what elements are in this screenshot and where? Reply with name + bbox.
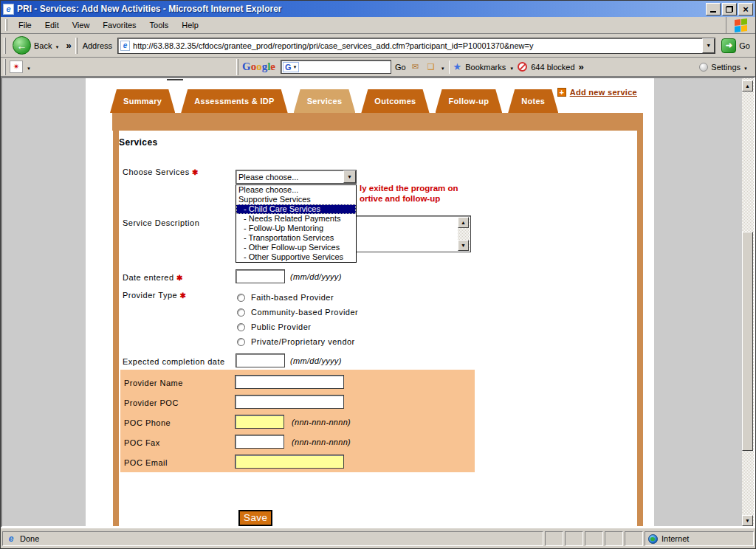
dropdown-option[interactable]: - Other Follow-up Services [236,243,356,252]
page-viewport: Summary Assessments & IDP Services Outco… [1,77,755,528]
right-border-strip [637,113,643,526]
exit-warning-line2: ortive and follow-up [360,194,440,203]
google-g-icon[interactable] [283,62,300,72]
address-dropdown-button[interactable] [702,38,715,53]
autofill-dropdown-caret[interactable] [441,63,445,72]
provider-poc-input[interactable] [235,395,344,409]
tab-services[interactable]: Services [294,89,356,113]
autofill-icon[interactable] [425,61,437,72]
dropdown-option[interactable]: Please choose... [236,185,356,195]
menu-help[interactable]: Help [175,18,205,32]
provider-name-input[interactable] [235,375,344,389]
poc-fax-input[interactable] [235,435,284,449]
dropdown-option[interactable]: - Transportation Services [236,233,356,243]
dropdown-option[interactable]: - Follow-Up Mentoring [236,224,356,233]
back-arrow-icon [13,36,31,55]
send-icon[interactable] [410,61,422,72]
provider-name-label: Provider Name [124,379,183,387]
toolbar-overflow-chevron[interactable] [579,61,584,72]
restore-button[interactable] [722,3,737,15]
address-url[interactable]: http://63.88.32.35/cfdocs/grantee_prod/r… [133,41,702,50]
tab-outcomes[interactable]: Outcomes [361,89,429,113]
dropdown-option-selected[interactable]: - Child Care Services [236,204,356,214]
back-button[interactable]: Back [10,35,62,55]
settings-label: Settings [711,63,740,72]
pdf-dropdown-caret[interactable] [27,63,31,72]
bookmarks-dropdown-caret[interactable] [509,63,514,72]
choose-services-dropdown-list: Please choose... Supportive Services - C… [236,184,357,263]
tab-assessments-idp[interactable]: Assessments & IDP [181,89,287,113]
settings-button[interactable]: Settings [699,63,752,72]
poc-phone-label: POC Phone [124,418,171,427]
windows-logo-icon [735,18,747,32]
adobe-pdf-icon[interactable] [10,61,23,73]
dropdown-option[interactable]: - Other Supportive Services [236,252,356,262]
scrollbar-down-icon[interactable] [742,515,753,526]
scroll-up-icon[interactable] [458,217,469,228]
choose-services-select[interactable]: Please choose... [236,170,357,184]
minimize-button[interactable] [706,3,721,15]
window-title: PRI - Services: Add New Activities - Mic… [17,4,704,14]
close-icon [743,4,749,14]
status-pane [565,531,583,546]
provider-info-panel: Provider Name Provider POC POC Phone (nn… [120,370,475,472]
radio-private-vendor[interactable] [237,338,245,346]
address-input[interactable]: http://63.88.32.35/cfdocs/grantee_prod/r… [117,38,715,54]
radio-public-provider[interactable] [237,323,245,331]
menu-favorites[interactable]: Favorites [96,18,142,32]
expected-completion-label: Expected completion date [123,357,225,366]
scrollbar-up-icon[interactable] [742,80,753,92]
bookmarks-button[interactable]: Bookmarks [465,63,506,72]
menu-view[interactable]: View [66,18,97,32]
menu-edit[interactable]: Edit [38,18,66,32]
poc-phone-input[interactable] [235,415,284,429]
back-dropdown-caret[interactable] [55,41,59,50]
toolbar-grip[interactable] [75,38,78,54]
clipped-content-sliver [167,79,183,80]
select-current-value: Please choose... [236,173,343,182]
radio-label: Community-based Provider [251,308,358,317]
scroll-down-icon[interactable] [458,240,469,251]
radio-label: Private/Proprietary vendor [251,337,355,346]
tab-follow-up[interactable]: Follow-up [436,89,503,113]
toolbar-overflow-chevron[interactable] [66,40,71,51]
menu-file[interactable]: File [12,18,38,32]
plus-icon [557,88,566,97]
tab-summary[interactable]: Summary [110,89,175,113]
bookmarks-star-icon[interactable] [453,61,462,72]
google-search-input[interactable] [281,60,391,74]
toolbar-grip[interactable] [236,59,238,75]
go-button[interactable]: Go [719,38,752,54]
date-entered-input[interactable] [236,269,285,283]
google-go-button[interactable]: Go [395,63,406,72]
left-border-strip [113,113,119,526]
zone-label: Internet [662,534,689,543]
page-icon [120,41,130,51]
toolbar-grip[interactable] [4,59,6,75]
popup-blocked-icon[interactable] [518,62,527,72]
dropdown-option[interactable]: Supportive Services [236,195,356,204]
page-content: Summary Assessments & IDP Services Outco… [86,78,654,526]
dropdown-option[interactable]: - Needs Related Payments [236,214,356,224]
textarea-scrollbar[interactable] [458,217,470,251]
tab-notes[interactable]: Notes [508,89,558,113]
vertical-scrollbar[interactable] [742,78,754,526]
poc-email-input[interactable] [235,455,344,469]
radio-faith-based[interactable] [237,294,245,302]
date-format-hint: (mm/dd/yyyy) [290,356,342,365]
expected-completion-input[interactable] [236,353,285,367]
add-new-service-link[interactable]: Add new service [557,88,637,97]
tab-strip: Summary Assessments & IDP Services Outco… [110,89,558,113]
scrollbar-thumb[interactable] [742,232,753,451]
save-button[interactable]: Save [238,510,272,526]
close-button[interactable] [738,3,753,15]
radio-community-based[interactable] [237,308,245,317]
menu-grip[interactable] [5,19,7,31]
select-dropdown-button[interactable] [343,170,356,183]
status-bar: Done Internet [1,528,755,548]
blocked-count[interactable]: 644 blocked [531,63,574,72]
toolbar-grip[interactable] [4,38,6,54]
settings-dropdown-caret[interactable] [743,63,748,72]
menu-tools[interactable]: Tools [143,18,176,32]
add-new-service-label[interactable]: Add new service [570,88,637,97]
